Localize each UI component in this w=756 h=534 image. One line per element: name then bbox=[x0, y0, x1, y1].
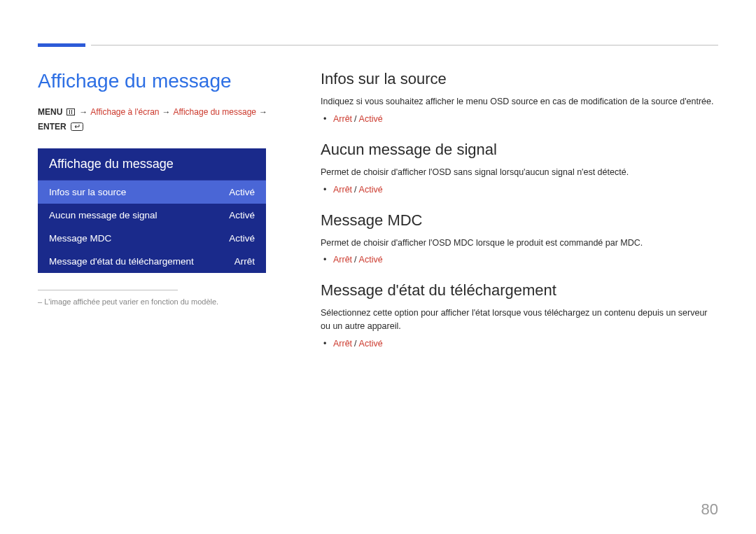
breadcrumb-arrow: → bbox=[79, 106, 88, 118]
breadcrumb: MENU → Affichage à l'écran → Affichage d… bbox=[38, 106, 280, 133]
breadcrumb-enter: ENTER bbox=[38, 121, 66, 133]
section-heading: Message MDC bbox=[321, 211, 718, 230]
option-separator: / bbox=[354, 114, 356, 124]
doc-section: Infos sur la sourceIndiquez si vous souh… bbox=[321, 70, 718, 124]
osd-row-value: Arrêt bbox=[234, 256, 255, 267]
option-value: Arrêt bbox=[333, 255, 352, 265]
enter-icon bbox=[71, 122, 83, 131]
doc-section: Aucun message de signalPermet de choisir… bbox=[321, 141, 718, 195]
section-description: Permet de choisir d'afficher l'OSD sans … bbox=[321, 166, 718, 179]
header-accent-bar bbox=[38, 43, 85, 47]
osd-row-label: Aucun message de signal bbox=[49, 210, 158, 220]
section-options: Arrêt/Activé bbox=[333, 114, 718, 124]
section-heading: Infos sur la source bbox=[321, 70, 718, 88]
footnote-text: L'image affichée peut varier en fonction… bbox=[38, 297, 280, 306]
osd-row-value: Activé bbox=[229, 233, 255, 244]
doc-section: Message MDCPermet de choisir d'afficher … bbox=[321, 211, 718, 265]
option-separator: / bbox=[354, 185, 356, 195]
section-options: Arrêt/Activé bbox=[333, 339, 718, 349]
page-body: Affichage du message MENU → Affichage à … bbox=[38, 70, 718, 492]
option-value: Activé bbox=[359, 255, 383, 265]
osd-rows: Infos sur la sourceActivéAucun message d… bbox=[38, 181, 266, 273]
option-value: Activé bbox=[359, 114, 383, 124]
breadcrumb-arrow: → bbox=[259, 106, 267, 118]
option-separator: / bbox=[354, 255, 356, 265]
page-title: Affichage du message bbox=[38, 70, 280, 92]
section-description: Sélectionnez cette option pour afficher … bbox=[321, 307, 718, 333]
osd-row[interactable]: Aucun message de signalActivé bbox=[38, 204, 266, 227]
section-description: Permet de choisir d'afficher l'OSD MDC l… bbox=[321, 237, 718, 250]
option-value: Activé bbox=[359, 185, 383, 195]
osd-row-label: Message MDC bbox=[49, 233, 111, 244]
header-divider bbox=[91, 45, 718, 45]
footnote-divider bbox=[38, 290, 178, 290]
doc-section: Message d'état du téléchargementSélectio… bbox=[321, 281, 718, 349]
section-description: Indiquez si vous souhaitez afficher le m… bbox=[321, 95, 718, 108]
right-column: Infos sur la sourceIndiquez si vous souh… bbox=[321, 70, 718, 492]
section-heading: Message d'état du téléchargement bbox=[321, 281, 718, 300]
osd-row-label: Infos sur la source bbox=[49, 187, 126, 197]
osd-panel-title: Affichage du message bbox=[38, 148, 266, 181]
osd-row[interactable]: Message MDCActivé bbox=[38, 227, 266, 250]
section-options: Arrêt/Activé bbox=[333, 185, 718, 195]
option-separator: / bbox=[354, 339, 356, 349]
section-options: Arrêt/Activé bbox=[333, 255, 718, 265]
left-column: Affichage du message MENU → Affichage à … bbox=[38, 70, 280, 492]
osd-panel: Affichage du message Infos sur la source… bbox=[38, 148, 266, 273]
breadcrumb-arrow: → bbox=[162, 106, 170, 118]
section-heading: Aucun message de signal bbox=[321, 141, 718, 159]
breadcrumb-part-2: Affichage du message bbox=[173, 106, 256, 118]
breadcrumb-part-1: Affichage à l'écran bbox=[90, 106, 159, 118]
osd-row-value: Activé bbox=[229, 210, 255, 220]
option-value: Arrêt bbox=[333, 114, 352, 124]
option-value: Arrêt bbox=[333, 185, 352, 195]
breadcrumb-menu: MENU bbox=[38, 106, 62, 118]
page-number: 80 bbox=[701, 500, 718, 519]
osd-row-label: Message d'état du téléchargement bbox=[49, 256, 194, 267]
menu-icon bbox=[66, 108, 75, 115]
osd-row-value: Activé bbox=[229, 187, 255, 197]
option-value: Arrêt bbox=[333, 339, 352, 349]
osd-row[interactable]: Message d'état du téléchargementArrêt bbox=[38, 250, 266, 273]
osd-row[interactable]: Infos sur la sourceActivé bbox=[38, 181, 266, 204]
option-value: Activé bbox=[359, 339, 383, 349]
